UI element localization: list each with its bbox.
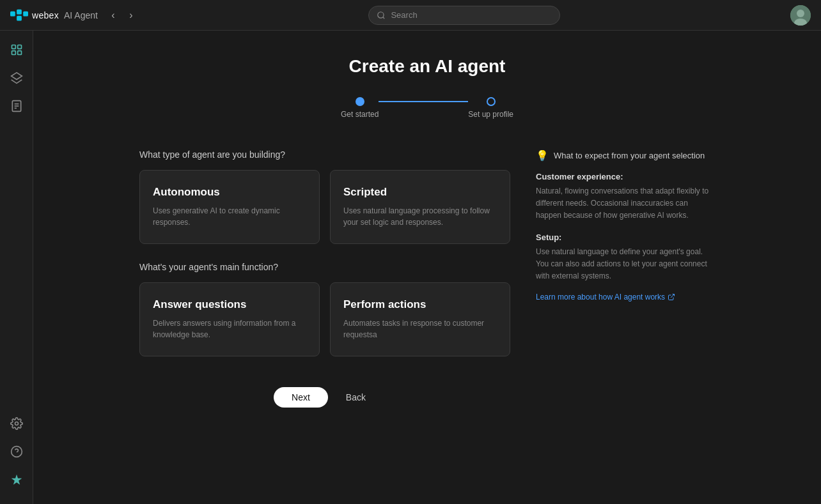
forward-nav-button[interactable]: › [123, 8, 139, 23]
search-icon [377, 11, 386, 20]
agent-function-title: What's your agent's main function? [139, 262, 510, 272]
info-section-setup: Setup: Use natural language to define yo… [536, 233, 715, 283]
step-1-dot [356, 97, 364, 106]
back-button[interactable]: Back [336, 387, 376, 408]
app-brand: webex [32, 10, 59, 20]
info-panel-header: 💡 What to expect from your agent selecti… [536, 149, 715, 162]
step-line [379, 101, 468, 102]
svg-rect-10 [17, 45, 21, 49]
info-panel-header-text: What to expect from your agent selection [554, 151, 705, 160]
step-2: Set up profile [468, 97, 513, 119]
badge-icon[interactable] [5, 468, 28, 491]
answer-questions-card[interactable]: Answer questions Delivers answers using … [139, 282, 320, 356]
svg-rect-2 [17, 15, 22, 20]
svg-rect-0 [10, 11, 15, 16]
search-placeholder: Search [391, 10, 417, 20]
svg-line-5 [383, 17, 385, 19]
perform-actions-title: Perform actions [343, 298, 497, 311]
svg-rect-11 [12, 51, 15, 55]
svg-rect-12 [17, 51, 21, 55]
avatar[interactable] [790, 5, 811, 26]
step-2-dot [487, 97, 496, 106]
perform-actions-card[interactable]: Perform actions Automates tasks in respo… [330, 282, 510, 356]
sidebar-bottom [5, 412, 28, 496]
left-panel: What type of agent are you building? Aut… [139, 149, 510, 420]
svg-point-4 [378, 11, 384, 17]
topbar-right [790, 5, 811, 26]
sidebar-item-document[interactable] [5, 95, 28, 118]
perform-actions-desc: Automates tasks in response to customer … [343, 317, 497, 340]
app-name: AI Agent [64, 10, 98, 20]
agent-function-cards: Answer questions Delivers answers using … [139, 282, 510, 356]
sidebar-item-grid[interactable] [5, 38, 28, 61]
info-section-experience-text: Natural, flowing conversations that adap… [536, 185, 715, 222]
svg-rect-3 [23, 11, 28, 16]
step-2-label: Set up profile [468, 110, 513, 119]
step-1-label: Get started [341, 110, 379, 119]
info-section-setup-text: Use natural language to define your agen… [536, 246, 715, 283]
svg-rect-9 [12, 45, 15, 49]
scripted-card-title: Scripted [343, 186, 497, 199]
svg-line-21 [671, 294, 675, 298]
external-link-icon [668, 293, 675, 301]
agent-type-title: What type of agent are you building? [139, 149, 510, 160]
info-section-setup-title: Setup: [536, 233, 715, 242]
svg-point-7 [797, 10, 804, 17]
agent-type-cards: Autonomous Uses generative AI to create … [139, 170, 510, 244]
info-section-experience-title: Customer experience: [536, 172, 715, 181]
step-1: Get started [341, 97, 379, 119]
learn-more-link[interactable]: Learn more about how AI agent works [536, 293, 715, 302]
sidebar-top [5, 38, 28, 407]
content-area: Create an AI agent Get started Set up pr… [33, 31, 821, 504]
main-layout: Create an AI agent Get started Set up pr… [0, 31, 821, 504]
search-bar[interactable]: Search [368, 6, 560, 25]
bottom-bar: Next Back [139, 374, 510, 420]
next-button[interactable]: Next [274, 387, 328, 408]
autonomous-card-desc: Uses generative AI to create dynamic res… [153, 205, 306, 228]
learn-more-link-text: Learn more about how AI agent works [536, 293, 665, 302]
sidebar-item-layers[interactable] [5, 66, 28, 89]
webex-logo-svg [10, 9, 28, 22]
stepper: Get started Set up profile [341, 97, 513, 119]
bulb-icon: 💡 [536, 149, 549, 162]
topbar-nav: ‹ › [106, 8, 139, 23]
main-content: What type of agent are you building? Aut… [139, 149, 715, 420]
svg-point-18 [15, 422, 18, 425]
sidebar [0, 31, 33, 504]
back-nav-button[interactable]: ‹ [106, 8, 121, 23]
topbar-left: webex AI Agent ‹ › [10, 8, 139, 23]
topbar: webex AI Agent ‹ › Search [0, 0, 821, 31]
help-icon[interactable] [5, 440, 28, 463]
info-section-experience: Customer experience: Natural, flowing co… [536, 172, 715, 222]
autonomous-card[interactable]: Autonomous Uses generative AI to create … [139, 170, 320, 244]
svg-rect-1 [17, 9, 22, 14]
avatar-image [790, 5, 811, 26]
scripted-card[interactable]: Scripted Uses natural language processin… [330, 170, 510, 244]
svg-marker-13 [11, 73, 22, 80]
info-panel: 💡 What to expect from your agent selecti… [536, 149, 715, 420]
webex-logo: webex AI Agent [10, 9, 98, 22]
scripted-card-desc: Uses natural language processing to foll… [343, 205, 497, 228]
answer-questions-title: Answer questions [153, 298, 306, 311]
autonomous-card-title: Autonomous [153, 186, 306, 199]
settings-icon[interactable] [5, 412, 28, 435]
page-title: Create an AI agent [349, 56, 506, 77]
answer-questions-desc: Delivers answers using information from … [153, 317, 306, 340]
